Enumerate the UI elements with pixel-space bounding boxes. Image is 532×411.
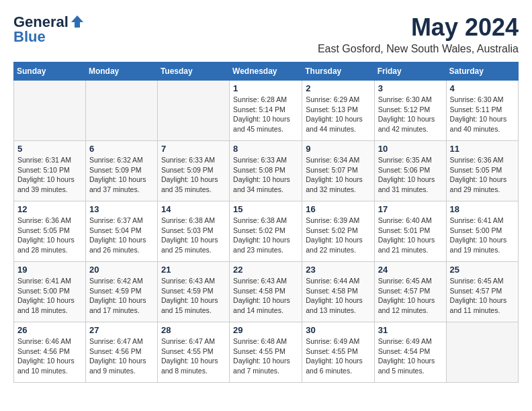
calendar-cell: 23Sunrise: 6:44 AM Sunset: 4:58 PM Dayli… bbox=[302, 262, 374, 322]
calendar-cell: 4Sunrise: 6:30 AM Sunset: 5:11 PM Daylig… bbox=[446, 81, 518, 141]
day-number: 26 bbox=[17, 325, 82, 335]
day-number: 23 bbox=[306, 265, 370, 275]
day-info: Sunrise: 6:42 AM Sunset: 4:59 PM Dayligh… bbox=[89, 276, 154, 316]
day-info: Sunrise: 6:48 AM Sunset: 4:55 PM Dayligh… bbox=[233, 336, 298, 376]
day-number: 18 bbox=[450, 204, 515, 214]
calendar-cell: 6Sunrise: 6:32 AM Sunset: 5:09 PM Daylig… bbox=[85, 141, 157, 201]
day-info: Sunrise: 6:41 AM Sunset: 5:00 PM Dayligh… bbox=[17, 276, 82, 316]
day-number: 1 bbox=[233, 83, 298, 93]
title-section: May 2024 East Gosford, New South Wales, … bbox=[318, 13, 519, 55]
calendar-cell: 3Sunrise: 6:30 AM Sunset: 5:12 PM Daylig… bbox=[374, 81, 446, 141]
week-row-3: 12Sunrise: 6:36 AM Sunset: 5:05 PM Dayli… bbox=[14, 201, 519, 262]
week-row-2: 5Sunrise: 6:31 AM Sunset: 5:10 PM Daylig… bbox=[14, 141, 519, 201]
day-number: 2 bbox=[306, 83, 370, 93]
calendar-cell: 10Sunrise: 6:35 AM Sunset: 5:06 PM Dayli… bbox=[374, 141, 446, 201]
calendar-cell: 1Sunrise: 6:28 AM Sunset: 5:14 PM Daylig… bbox=[230, 81, 302, 141]
calendar-cell: 13Sunrise: 6:37 AM Sunset: 5:04 PM Dayli… bbox=[85, 201, 157, 262]
calendar-cell: 22Sunrise: 6:43 AM Sunset: 4:58 PM Dayli… bbox=[230, 262, 302, 322]
logo: General Blue bbox=[13, 13, 85, 46]
day-number: 3 bbox=[378, 83, 443, 93]
day-info: Sunrise: 6:28 AM Sunset: 5:14 PM Dayligh… bbox=[233, 95, 298, 134]
week-row-1: 1Sunrise: 6:28 AM Sunset: 5:14 PM Daylig… bbox=[14, 81, 519, 141]
day-info: Sunrise: 6:47 AM Sunset: 4:55 PM Dayligh… bbox=[161, 336, 226, 376]
day-info: Sunrise: 6:38 AM Sunset: 5:02 PM Dayligh… bbox=[233, 216, 298, 255]
calendar-cell: 7Sunrise: 6:33 AM Sunset: 5:09 PM Daylig… bbox=[157, 141, 229, 201]
calendar-cell: 19Sunrise: 6:41 AM Sunset: 5:00 PM Dayli… bbox=[14, 262, 86, 322]
day-header-monday: Monday bbox=[85, 62, 157, 81]
day-number: 21 bbox=[161, 265, 226, 275]
day-info: Sunrise: 6:39 AM Sunset: 5:02 PM Dayligh… bbox=[306, 216, 370, 255]
day-header-tuesday: Tuesday bbox=[157, 62, 229, 81]
day-info: Sunrise: 6:33 AM Sunset: 5:09 PM Dayligh… bbox=[161, 155, 226, 195]
day-number: 29 bbox=[233, 325, 298, 335]
day-info: Sunrise: 6:34 AM Sunset: 5:07 PM Dayligh… bbox=[306, 155, 370, 195]
calendar-cell: 16Sunrise: 6:39 AM Sunset: 5:02 PM Dayli… bbox=[302, 201, 374, 262]
calendar-cell: 26Sunrise: 6:46 AM Sunset: 4:56 PM Dayli… bbox=[14, 322, 86, 383]
calendar-cell: 14Sunrise: 6:38 AM Sunset: 5:03 PM Dayli… bbox=[157, 201, 229, 262]
day-info: Sunrise: 6:47 AM Sunset: 4:56 PM Dayligh… bbox=[89, 336, 154, 376]
calendar-cell: 21Sunrise: 6:43 AM Sunset: 4:59 PM Dayli… bbox=[157, 262, 229, 322]
day-info: Sunrise: 6:29 AM Sunset: 5:13 PM Dayligh… bbox=[306, 95, 370, 134]
day-number: 11 bbox=[450, 144, 515, 154]
day-header-sunday: Sunday bbox=[14, 62, 86, 81]
calendar-cell: 28Sunrise: 6:47 AM Sunset: 4:55 PM Dayli… bbox=[157, 322, 229, 383]
day-number: 9 bbox=[306, 144, 370, 154]
day-number: 7 bbox=[161, 144, 226, 154]
day-number: 17 bbox=[378, 204, 443, 214]
day-info: Sunrise: 6:30 AM Sunset: 5:11 PM Dayligh… bbox=[450, 95, 515, 134]
day-number: 31 bbox=[378, 325, 443, 335]
day-info: Sunrise: 6:38 AM Sunset: 5:03 PM Dayligh… bbox=[161, 216, 226, 255]
day-number: 14 bbox=[161, 204, 226, 214]
day-info: Sunrise: 6:43 AM Sunset: 4:59 PM Dayligh… bbox=[161, 276, 226, 316]
day-info: Sunrise: 6:49 AM Sunset: 4:55 PM Dayligh… bbox=[306, 336, 370, 376]
day-header-friday: Friday bbox=[374, 62, 446, 81]
day-number: 20 bbox=[89, 265, 154, 275]
day-header-saturday: Saturday bbox=[446, 62, 518, 81]
day-info: Sunrise: 6:30 AM Sunset: 5:12 PM Dayligh… bbox=[378, 95, 443, 134]
calendar-cell bbox=[85, 81, 157, 141]
day-info: Sunrise: 6:36 AM Sunset: 5:05 PM Dayligh… bbox=[450, 155, 515, 195]
day-info: Sunrise: 6:49 AM Sunset: 4:54 PM Dayligh… bbox=[378, 336, 443, 376]
day-number: 27 bbox=[89, 325, 154, 335]
day-number: 8 bbox=[233, 144, 298, 154]
calendar-header-row: SundayMondayTuesdayWednesdayThursdayFrid… bbox=[14, 62, 519, 81]
calendar-cell: 31Sunrise: 6:49 AM Sunset: 4:54 PM Dayli… bbox=[374, 322, 446, 383]
day-number: 5 bbox=[17, 144, 82, 154]
day-info: Sunrise: 6:40 AM Sunset: 5:01 PM Dayligh… bbox=[378, 216, 443, 255]
day-info: Sunrise: 6:35 AM Sunset: 5:06 PM Dayligh… bbox=[378, 155, 443, 195]
day-info: Sunrise: 6:46 AM Sunset: 4:56 PM Dayligh… bbox=[17, 336, 82, 376]
day-number: 12 bbox=[17, 204, 82, 214]
calendar-cell: 15Sunrise: 6:38 AM Sunset: 5:02 PM Dayli… bbox=[230, 201, 302, 262]
calendar-table: SundayMondayTuesdayWednesdayThursdayFrid… bbox=[13, 62, 519, 383]
day-info: Sunrise: 6:33 AM Sunset: 5:08 PM Dayligh… bbox=[233, 155, 298, 195]
day-info: Sunrise: 6:45 AM Sunset: 4:57 PM Dayligh… bbox=[378, 276, 443, 316]
day-info: Sunrise: 6:45 AM Sunset: 4:57 PM Dayligh… bbox=[450, 276, 515, 316]
day-info: Sunrise: 6:32 AM Sunset: 5:09 PM Dayligh… bbox=[89, 155, 154, 195]
day-info: Sunrise: 6:31 AM Sunset: 5:10 PM Dayligh… bbox=[17, 155, 82, 195]
day-number: 24 bbox=[378, 265, 443, 275]
day-number: 25 bbox=[450, 265, 515, 275]
day-number: 22 bbox=[233, 265, 298, 275]
logo-icon bbox=[70, 14, 85, 29]
calendar-cell: 2Sunrise: 6:29 AM Sunset: 5:13 PM Daylig… bbox=[302, 81, 374, 141]
calendar-cell: 18Sunrise: 6:41 AM Sunset: 5:00 PM Dayli… bbox=[446, 201, 518, 262]
calendar-cell: 24Sunrise: 6:45 AM Sunset: 4:57 PM Dayli… bbox=[374, 262, 446, 322]
calendar-cell: 8Sunrise: 6:33 AM Sunset: 5:08 PM Daylig… bbox=[230, 141, 302, 201]
day-number: 15 bbox=[233, 204, 298, 214]
day-info: Sunrise: 6:37 AM Sunset: 5:04 PM Dayligh… bbox=[89, 216, 154, 255]
calendar-cell: 20Sunrise: 6:42 AM Sunset: 4:59 PM Dayli… bbox=[85, 262, 157, 322]
day-number: 28 bbox=[161, 325, 226, 335]
day-number: 4 bbox=[450, 83, 515, 93]
month-title: May 2024 bbox=[318, 13, 519, 42]
calendar-cell: 11Sunrise: 6:36 AM Sunset: 5:05 PM Dayli… bbox=[446, 141, 518, 201]
day-header-thursday: Thursday bbox=[302, 62, 374, 81]
calendar-cell bbox=[157, 81, 229, 141]
day-info: Sunrise: 6:36 AM Sunset: 5:05 PM Dayligh… bbox=[17, 216, 82, 255]
day-number: 13 bbox=[89, 204, 154, 214]
day-header-wednesday: Wednesday bbox=[230, 62, 302, 81]
day-number: 10 bbox=[378, 144, 443, 154]
logo-blue-text: Blue bbox=[13, 28, 46, 46]
calendar-cell: 12Sunrise: 6:36 AM Sunset: 5:05 PM Dayli… bbox=[14, 201, 86, 262]
calendar-cell bbox=[14, 81, 86, 141]
calendar-cell: 30Sunrise: 6:49 AM Sunset: 4:55 PM Dayli… bbox=[302, 322, 374, 383]
